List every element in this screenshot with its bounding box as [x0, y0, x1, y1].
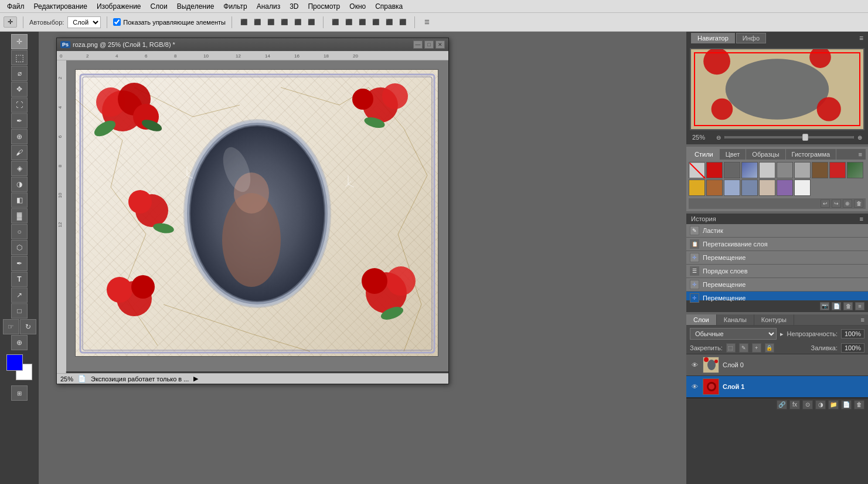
- style-swatch-1[interactable]: [706, 162, 723, 178]
- menu-edit[interactable]: Редактирование: [29, 1, 92, 12]
- doc-maximize-btn[interactable]: □: [424, 40, 434, 49]
- show-controls-checkbox[interactable]: [113, 18, 121, 26]
- layer-0-visibility-toggle[interactable]: 👁: [690, 360, 699, 370]
- align-center-v-icon[interactable]: ⬛: [305, 16, 317, 28]
- layer-adjustment-btn[interactable]: ◑: [815, 400, 826, 409]
- style-swatch-5[interactable]: [777, 162, 793, 178]
- layers-tab-paths[interactable]: Контуры: [754, 314, 794, 325]
- lasso-tool[interactable]: ⌀: [11, 66, 28, 81]
- style-swatch-6[interactable]: [794, 162, 811, 178]
- doc-minimize-btn[interactable]: —: [413, 40, 423, 49]
- move-tool[interactable]: ✛: [11, 34, 28, 49]
- style-swatch-none[interactable]: [689, 162, 705, 178]
- styles-action-2[interactable]: ↪: [832, 199, 841, 208]
- foreground-color[interactable]: [6, 354, 23, 371]
- layer-style-btn[interactable]: fx: [789, 400, 800, 409]
- menu-3d[interactable]: 3D: [285, 1, 303, 12]
- history-item-move2[interactable]: ✛ Перемещение: [686, 278, 868, 292]
- history-item-layer-drag[interactable]: 📋 Перетаскивание слоя: [686, 238, 868, 251]
- layers-tab-layers[interactable]: Слои: [686, 314, 717, 325]
- nav-zoom-in-icon[interactable]: ⊕: [857, 134, 862, 141]
- navigator-tab[interactable]: Навигатор: [691, 33, 735, 43]
- nav-zoom-slider[interactable]: [724, 136, 854, 138]
- styles-tab-color[interactable]: Цвет: [720, 149, 747, 160]
- style-swatch-2[interactable]: [724, 162, 740, 178]
- layers-panel-menu-icon[interactable]: ≡: [857, 314, 868, 325]
- layer-item-1[interactable]: 👁 Слой 1: [686, 376, 868, 398]
- eraser-tool[interactable]: ◧: [11, 192, 28, 208]
- move-tool-button[interactable]: ✛: [4, 16, 17, 28]
- type-tool[interactable]: T: [11, 272, 28, 287]
- layer-delete-btn[interactable]: 🗑: [854, 400, 864, 409]
- healing-brush-tool[interactable]: ⊕: [11, 129, 28, 144]
- lock-position-btn[interactable]: +: [752, 343, 761, 353]
- canvas-viewport[interactable]: [66, 60, 448, 371]
- layer-mask-btn[interactable]: ⊙: [802, 400, 813, 409]
- eyedropper-tool[interactable]: ✒: [11, 113, 28, 128]
- layer-group-btn[interactable]: 📁: [828, 400, 839, 409]
- menu-analysis[interactable]: Анализ: [252, 1, 285, 12]
- info-tab[interactable]: Инфо: [736, 33, 766, 43]
- styles-tab-histogram[interactable]: Гистограмма: [786, 149, 837, 160]
- styles-panel-menu-icon[interactable]: ≡: [855, 149, 866, 160]
- layer-1-visibility-toggle[interactable]: 👁: [690, 382, 699, 391]
- quick-mask-tool[interactable]: ⊞: [11, 385, 28, 401]
- style-swatch-13[interactable]: [741, 180, 758, 196]
- style-swatch-10[interactable]: [689, 180, 705, 196]
- align-bottom-icon[interactable]: ⬛: [251, 16, 263, 28]
- zoom-tool[interactable]: ⊕: [11, 335, 28, 350]
- nav-zoom-out-icon[interactable]: ⊖: [716, 134, 721, 141]
- history-options-btn[interactable]: ≡: [855, 302, 864, 310]
- style-swatch-8[interactable]: [829, 162, 846, 178]
- history-item-order[interactable]: ☰ Порядок слоев: [686, 265, 868, 278]
- menu-window[interactable]: Окно: [345, 1, 370, 12]
- menu-help[interactable]: Справка: [370, 1, 407, 12]
- lock-transparent-btn[interactable]: ⬚: [726, 343, 736, 353]
- lock-all-btn[interactable]: 🔒: [765, 343, 774, 353]
- menu-file[interactable]: Файл: [2, 1, 29, 12]
- blend-mode-select[interactable]: Обычные: [690, 328, 777, 340]
- menu-layers[interactable]: Слои: [146, 1, 172, 12]
- menu-image[interactable]: Изображение: [92, 1, 146, 12]
- layers-tab-channels[interactable]: Каналы: [717, 314, 754, 325]
- history-delete-btn[interactable]: 🗑: [843, 302, 853, 310]
- styles-action-1[interactable]: ↩: [821, 199, 830, 208]
- lock-image-btn[interactable]: ✎: [739, 343, 748, 353]
- navigator-panel-menu-icon[interactable]: ≡: [859, 34, 863, 42]
- align-top-icon[interactable]: ⬛: [238, 16, 250, 28]
- dodge-tool[interactable]: ⬡: [11, 240, 28, 255]
- doc-scroll-arrow[interactable]: ▶: [193, 375, 198, 383]
- style-swatch-3[interactable]: [741, 162, 758, 178]
- rotate-view-tool[interactable]: ↻: [20, 319, 36, 334]
- nav-slider-thumb[interactable]: [802, 134, 808, 141]
- dist-ch-icon[interactable]: ⬛: [383, 16, 395, 28]
- fill-input[interactable]: 100%: [841, 343, 864, 353]
- clone-stamp-tool[interactable]: ◈: [11, 161, 28, 176]
- style-swatch-16[interactable]: [794, 180, 811, 196]
- shape-tool[interactable]: □: [11, 303, 28, 319]
- styles-tab-styles[interactable]: Стили: [689, 149, 720, 160]
- history-new-snapshot-btn[interactable]: 📷: [820, 302, 829, 310]
- style-swatch-9[interactable]: [847, 162, 863, 178]
- style-swatch-12[interactable]: [724, 180, 740, 196]
- menu-select[interactable]: Выделение: [172, 1, 219, 12]
- dist-top-icon[interactable]: ⬛: [329, 16, 341, 28]
- dist-left-icon[interactable]: ⬛: [356, 16, 368, 28]
- align-right-icon[interactable]: ⬛: [278, 16, 290, 28]
- layer-new-btn[interactable]: 📄: [841, 400, 852, 409]
- layer-link-btn[interactable]: 🔗: [777, 400, 787, 409]
- brush-tool[interactable]: 🖌: [11, 145, 28, 160]
- style-swatch-14[interactable]: [759, 180, 775, 196]
- menu-view[interactable]: Просмотр: [303, 1, 345, 12]
- doc-close-btn[interactable]: ✕: [435, 40, 445, 49]
- gradient-tool[interactable]: ▓: [11, 208, 28, 224]
- styles-action-4[interactable]: 🗑: [854, 199, 863, 208]
- history-item-eraser[interactable]: ✎ Ластик: [686, 224, 868, 238]
- hand-tool[interactable]: ☞: [3, 319, 19, 334]
- opacity-input[interactable]: 100%: [841, 329, 864, 339]
- style-swatch-11[interactable]: [706, 180, 723, 196]
- history-panel-menu-icon[interactable]: ≡: [860, 215, 863, 222]
- menu-filter[interactable]: Фильтр: [219, 1, 251, 12]
- style-swatch-7[interactable]: [812, 162, 828, 178]
- layer-select-dropdown[interactable]: Слой: [67, 16, 101, 28]
